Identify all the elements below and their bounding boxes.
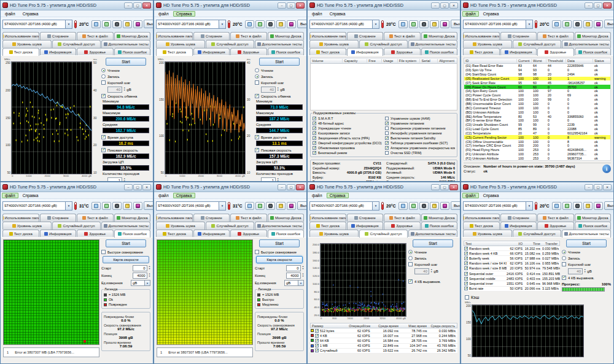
titlebar[interactable]: HD Tune Pro 5.75 - утилита для HDD/SSD–▢… [1, 1, 153, 10]
menu-file[interactable]: файл [462, 11, 479, 17]
stride-spinner[interactable]: ▲▼ [123, 87, 125, 91]
titlebar[interactable]: HD Tune Pro 5.75 - утилита для HDD/SSD–▢… [308, 1, 460, 10]
copy-image-icon[interactable] [562, 20, 572, 28]
tab-file-benchmark[interactable]: Тест в файл [77, 32, 114, 40]
smart-attribute-row[interactable]: (07) Seek Error Rate956045-961438257ok [464, 80, 610, 85]
minimize-button[interactable]: – [124, 184, 133, 190]
tab-erase[interactable]: Стирание [347, 32, 384, 40]
smart-attribute-row[interactable]: (F2) Unknown Attribute100253096367314ok [464, 157, 610, 161]
tab-disk-monitor[interactable]: Монитор Диска [268, 32, 305, 40]
close-button[interactable]: ✕ [449, 2, 458, 9]
write-radio[interactable] [408, 256, 413, 260]
result-column-header[interactable]: Размер [311, 324, 344, 328]
short-stride-checkbox[interactable] [101, 80, 106, 85]
test-checkbox[interactable] [464, 282, 468, 285]
menu-help[interactable]: Справка [20, 193, 42, 198]
tab-error-scan[interactable]: Поиск ошибок [421, 222, 458, 230]
save-icon[interactable] [583, 202, 593, 210]
info-icon[interactable]: i [602, 165, 611, 173]
test-result-row[interactable]: Sequential middle2483 IOPS0.403 ms155.20… [464, 276, 560, 281]
titlebar[interactable]: HD Tune Pro 5.75 - утилита для HDD/SSD–▢… [461, 1, 613, 10]
screenshot-icon[interactable] [419, 20, 429, 28]
tab-benchmark[interactable]: Тест диска [309, 222, 346, 230]
short-stride-checkbox[interactable] [255, 80, 259, 85]
copy-image-icon[interactable] [409, 20, 418, 28]
tab-extra-tests[interactable]: Дополнительные тесты [562, 230, 611, 238]
tab-erase[interactable]: Стирание [500, 214, 537, 222]
tab-erase[interactable]: Стирание [40, 214, 77, 222]
tab-random-access[interactable]: Случайный доступ [206, 40, 255, 48]
save-icon[interactable] [430, 202, 439, 210]
smart-attribute-row[interactable]: (C6) Offline Uncorrectable10010008ok [464, 139, 610, 144]
passes-spinner[interactable]: ▲▼ [277, 178, 279, 181]
transfer-rate-checkbox[interactable] [101, 94, 106, 98]
drive-select[interactable]: ST4000VX007-2DT166 (4000 gB)▼ [2, 20, 72, 29]
tab-extra-tests[interactable]: Дополнительные тесты [255, 40, 304, 48]
hdtune-update-icon[interactable] [440, 202, 449, 210]
tab-folder-usage[interactable]: Использование папок [2, 214, 39, 222]
screenshot-icon[interactable] [112, 202, 122, 210]
volume-column-header[interactable]: File system [398, 59, 421, 63]
smart-attribute-row[interactable]: (0C) Power Cycle Count1001002069ok [464, 93, 610, 98]
tab-noise-level[interactable]: Уровень шума [2, 222, 52, 230]
tab-folder-usage[interactable]: Использование папок [463, 32, 500, 40]
tab-file-benchmark[interactable]: Тест в файл [537, 32, 574, 40]
hdtune-update-icon[interactable] [287, 202, 296, 210]
tab-random-access[interactable]: Случайный доступ [359, 230, 408, 238]
minimize-button[interactable]: – [585, 2, 593, 9]
smart-attribute-row[interactable]: (C2) Temperature2047060129542164ok [464, 131, 610, 136]
smart-attribute-row[interactable]: (BE) Airflow Temperature805340336855060o… [464, 114, 610, 118]
test-checkbox[interactable] [464, 266, 468, 270]
tab-health[interactable]: Здоровье [537, 48, 574, 56]
transfer-rate-checkbox[interactable] [255, 94, 259, 98]
minimize-button[interactable]: – [431, 2, 440, 9]
hdtune-update-icon[interactable] [594, 202, 603, 210]
exit-button[interactable]: Выход [297, 201, 307, 210]
size-result-row[interactable]: 64 KB60 IOPS16.584 ms28.705 ms3.769 MB/s [310, 338, 457, 343]
tab-file-benchmark[interactable]: Тест в файл [77, 214, 114, 222]
volume-column-header[interactable]: Alignment [438, 59, 457, 63]
tab-disk-monitor[interactable]: Монитор Диска [114, 214, 151, 222]
tab-folder-usage[interactable]: Использование папок [2, 32, 39, 40]
tab-extra-tests[interactable]: Дополнительные тесты [101, 222, 150, 230]
tab-benchmark[interactable]: Тест диска [2, 48, 39, 56]
minimize-button[interactable]: – [278, 184, 286, 190]
test-column-header[interactable]: Time [524, 242, 542, 246]
tab-disk-monitor[interactable]: Монитор Диска [421, 214, 458, 222]
exit-button[interactable]: Выход [144, 20, 154, 28]
copy-text-icon[interactable] [91, 202, 101, 210]
copy-image-icon[interactable] [255, 202, 265, 210]
smart-attribute-row[interactable]: (0A) Spin Retry Count100100970ok [464, 89, 610, 93]
volume-list[interactable] [310, 64, 457, 110]
test-result-row[interactable]: Sequential inner1551 IOPS0.645 ms96.968 … [464, 281, 560, 286]
drive-select[interactable]: ST4000VX007-2DT166 (4000 gB)▼ [156, 201, 226, 211]
read-radio[interactable] [408, 250, 413, 254]
drive-select[interactable]: ST4000VX007-2DT166 (4000 gB)▼ [309, 20, 379, 29]
smart-attribute-row[interactable]: (BD) Unknown Attribute10010000ok [464, 110, 610, 114]
test-result-row[interactable]: Random seek62 IOPS16.202 ms0.030 MB/s [464, 246, 560, 251]
copy-text-icon[interactable] [245, 20, 254, 28]
minimize-button[interactable]: – [124, 2, 133, 9]
speed-map-button[interactable]: Карта скорости [103, 256, 149, 263]
minimize-button[interactable]: – [431, 184, 440, 190]
tab-random-access[interactable]: Случайный доступ [52, 40, 101, 48]
drive-select[interactable]: ST4000VX007-2DT166 (4000 gB)▼ [463, 20, 533, 29]
titlebar[interactable]: HD Tune Pro 5.75 - утилита для HDD/SSD–▢… [154, 182, 306, 192]
start-button[interactable]: Start [566, 239, 607, 247]
smart-attribute-row[interactable]: (BC) Command Timeout10010000ok [464, 106, 610, 110]
smart-attribute-row[interactable]: (C5) Current Pending Sector10010008warni… [464, 135, 610, 139]
result-column-header[interactable]: Макс.время [400, 324, 429, 328]
tab-error-scan[interactable]: Поиск ошибок [268, 230, 305, 238]
screenshot-icon[interactable] [266, 202, 275, 210]
volume-column-header[interactable]: Free [367, 59, 382, 63]
maximize-button[interactable]: ▢ [594, 2, 602, 9]
screenshot-icon[interactable] [419, 202, 429, 210]
test-checkbox[interactable] [464, 277, 468, 281]
smart-attribute-row[interactable]: (03) Spin Up Time949300ok [464, 68, 610, 72]
size-checkbox[interactable] [315, 334, 319, 338]
screenshot-icon[interactable] [266, 20, 275, 28]
size-result-row[interactable]: 1 MB43 IOPS22.849 ms104.347 ms43.765 MB/… [310, 344, 457, 349]
copy-text-icon[interactable] [91, 20, 101, 28]
tab-file-benchmark[interactable]: Тест в файл [537, 214, 574, 222]
result-column-header[interactable]: Средн.время [372, 324, 400, 328]
